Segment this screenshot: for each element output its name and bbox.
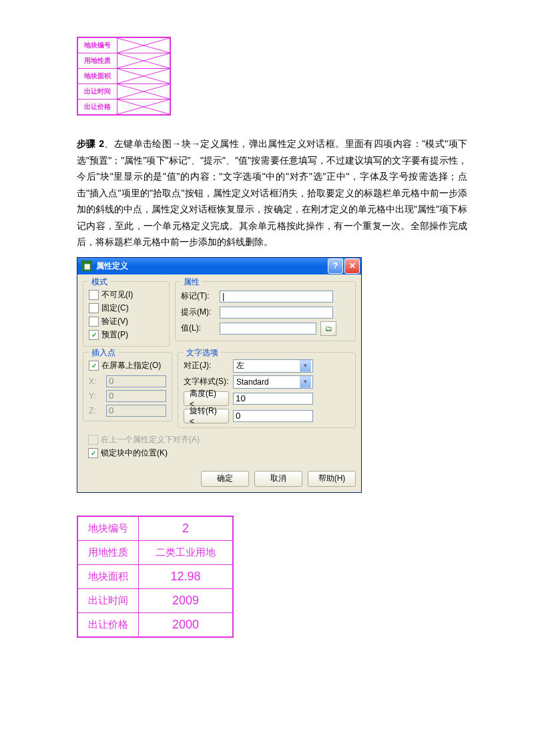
textoptions-legend: 文字选项 <box>184 347 221 359</box>
x-input <box>106 375 166 387</box>
cancel-button[interactable]: 取消 <box>254 471 302 487</box>
value-input[interactable] <box>220 323 316 335</box>
result-value: 2009 <box>139 589 232 612</box>
dialog-title: 属性定义 <box>96 260 328 272</box>
tag-label: 标记(T): <box>181 291 216 302</box>
z-label: Z: <box>89 406 102 415</box>
mode-fieldset: 模式 不可见(I) 固定(C) 验证(V) ✓预置(P) <box>83 281 170 347</box>
result-value: 2000 <box>139 613 232 636</box>
y-label: Y: <box>89 391 102 401</box>
row-diag <box>117 69 170 83</box>
verify-label: 验证(V) <box>101 316 128 327</box>
result-label: 出让价格 <box>78 613 139 636</box>
top-preview-table: 地块编号 用地性质 地块面积 出让时间 出让价格 <box>77 37 171 116</box>
lock-position-label: 锁定块中的位置(K) <box>101 447 168 459</box>
align-below-label: 在上一个属性定义下对齐(A) <box>101 434 200 445</box>
tag-input[interactable] <box>220 291 333 303</box>
insertpoint-legend: 插入点 <box>89 347 118 359</box>
help-button[interactable]: 帮助(H) <box>308 471 356 487</box>
rotation-button[interactable]: 旋转(R) < <box>184 409 229 423</box>
step-label: 步骤 2 <box>77 138 104 149</box>
row-diag <box>117 38 170 53</box>
attribute-definition-dialog: ▦ 属性定义 ? ✕ 模式 不可见(I) 固定(C) 验证(V) ✓预置(P) … <box>77 257 362 493</box>
row-label: 地块面积 <box>78 69 117 83</box>
preset-label: 预置(P) <box>101 329 128 341</box>
height-button[interactable]: 高度(E) < <box>184 391 229 406</box>
height-input[interactable] <box>233 393 313 405</box>
mode-legend: 模式 <box>89 276 110 288</box>
textoptions-fieldset: 文字选项 对正(J): 左▼ 文字样式(S): Standard▼ 高度(E) … <box>178 352 356 428</box>
justify-label: 对正(J): <box>184 360 229 371</box>
attribute-legend: 属性 <box>181 276 202 288</box>
onscreen-checkbox[interactable]: ✓ <box>89 361 99 371</box>
y-input <box>106 390 166 402</box>
titlebar[interactable]: ▦ 属性定义 ? ✕ <box>77 258 361 274</box>
result-table: 地块编号2 用地性质二类工业用地 地块面积12.98 出让时间2009 出让价格… <box>77 516 234 638</box>
dropdown-arrow-icon: ▼ <box>300 376 311 388</box>
row-diag <box>117 53 170 68</box>
row-label: 出让价格 <box>78 100 117 114</box>
ok-button[interactable]: 确定 <box>201 471 249 487</box>
result-label: 地块面积 <box>78 565 139 588</box>
row-diag <box>117 100 170 114</box>
step-paragraph: 步骤 2、左键单击绘图→块→定义属性，弹出属性定义对话框。里面有四项内容："模式… <box>77 136 467 250</box>
result-value: 二类工业用地 <box>139 541 232 564</box>
result-label: 出让时间 <box>78 589 139 612</box>
constant-checkbox[interactable] <box>89 303 99 313</box>
result-value: 2 <box>139 517 232 540</box>
row-label: 地块编号 <box>78 38 117 53</box>
titlebar-close-button[interactable]: ✕ <box>344 258 360 274</box>
style-label: 文字样式(S): <box>184 376 229 387</box>
align-below-checkbox <box>88 435 98 445</box>
value-browse-button[interactable]: 🗂 <box>320 321 336 336</box>
preset-checkbox[interactable]: ✓ <box>89 330 99 340</box>
dialog-icon: ▦ <box>81 260 92 271</box>
verify-checkbox[interactable] <box>89 317 99 327</box>
result-label: 用地性质 <box>78 541 139 564</box>
lock-position-checkbox[interactable]: ✓ <box>88 448 98 458</box>
result-label: 地块编号 <box>78 517 139 540</box>
rotation-input[interactable] <box>233 410 313 422</box>
invisible-label: 不可见(I) <box>101 289 133 301</box>
titlebar-help-button[interactable]: ? <box>328 258 343 274</box>
row-label: 用地性质 <box>78 53 117 68</box>
prompt-input[interactable] <box>220 307 333 319</box>
justify-select[interactable]: 左▼ <box>233 359 313 373</box>
insertpoint-fieldset: 插入点 ✓在屏幕上指定(O) X: Y: Z: <box>83 352 172 421</box>
value-label: 值(L): <box>181 323 216 334</box>
step-text: 、左键单击绘图→块→定义属性，弹出属性定义对话框。里面有四项内容："模式"项下选… <box>77 138 467 247</box>
onscreen-label: 在屏幕上指定(O) <box>101 360 161 371</box>
attribute-fieldset: 属性 标记(T): 提示(M): 值(L):🗂 <box>175 281 356 341</box>
z-input <box>106 405 166 417</box>
style-select[interactable]: Standard▼ <box>233 375 313 389</box>
result-value: 12.98 <box>139 565 232 588</box>
constant-label: 固定(C) <box>101 303 129 314</box>
dropdown-arrow-icon: ▼ <box>300 360 311 372</box>
row-label: 出让时间 <box>78 84 117 99</box>
invisible-checkbox[interactable] <box>89 290 99 300</box>
x-label: X: <box>89 377 102 386</box>
prompt-label: 提示(M): <box>181 307 216 318</box>
row-diag <box>117 84 170 99</box>
